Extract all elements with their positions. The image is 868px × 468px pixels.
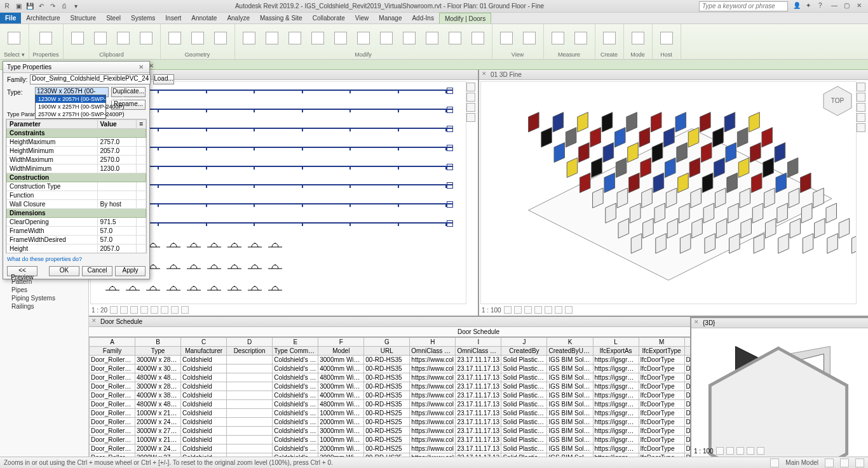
ribbon-button[interactable]	[67, 27, 88, 50]
table-cell[interactable]: 4800W x 4800H (0	[135, 400, 181, 409]
table-cell[interactable]: Solid Plastic Doors	[501, 373, 547, 382]
door-plan-symbol[interactable]	[205, 263, 223, 274]
ribbon-button[interactable]	[422, 27, 442, 50]
table-cell[interactable]: 23.17.11.17.13	[456, 373, 501, 382]
table-cell[interactable]: IfcDoorType	[639, 418, 684, 427]
hide-isolate-icon[interactable]	[171, 306, 179, 314]
apply-button[interactable]: Apply	[115, 266, 146, 276]
table-cell[interactable]: 3000W x 2750H (0	[135, 427, 181, 436]
viewcube[interactable]: TOP	[820, 83, 855, 118]
crop-region-icon[interactable]	[161, 306, 168, 314]
ribbon-button[interactable]	[90, 27, 111, 50]
table-cell[interactable]: Door_Roller_Coldshield_Rapid_HS35_Con	[90, 373, 135, 382]
table-cell[interactable]	[227, 356, 273, 364]
nav-home-icon[interactable]	[466, 83, 475, 91]
table-cell[interactable]: https://igsgroup	[593, 445, 639, 453]
ribbon-button[interactable]	[496, 27, 517, 50]
table-cell[interactable]: Solid Plastic Doors	[501, 382, 547, 391]
selection-icon[interactable]	[770, 458, 779, 467]
table-cell[interactable]: https://www.col	[410, 382, 456, 391]
table-cell[interactable]: 4800W x 4800H (0	[135, 373, 181, 382]
type-option[interactable]: 1230W x 2057H (00-SWP-2400P)	[36, 95, 105, 103]
table-cell[interactable]: 00-RD-HS35	[364, 373, 410, 382]
table-cell[interactable]: 4000W x 3800H (0	[135, 391, 181, 400]
table-cell[interactable]	[227, 373, 273, 382]
table-cell[interactable]: Coldshield's High S	[273, 382, 318, 391]
param-value[interactable]: 57.0	[97, 236, 137, 244]
qat-print-icon[interactable]: ⎙	[60, 2, 69, 11]
table-cell[interactable]	[227, 409, 273, 418]
door-plan-symbol[interactable]	[266, 241, 284, 253]
table-cell[interactable]: 3000W x 2800H (0	[135, 382, 181, 391]
table-cell[interactable]: IGS BIM Solutions	[547, 364, 593, 373]
door-plan-symbol[interactable]	[165, 263, 182, 274]
shadows-icon[interactable]	[747, 447, 754, 455]
param-value[interactable]	[97, 182, 137, 191]
table-cell[interactable]: IGS BIM Solutions	[547, 391, 593, 400]
nav-orbit-icon[interactable]	[857, 103, 865, 112]
ribbon-tab[interactable]: Modify | Doors	[439, 13, 491, 23]
table-cell[interactable]: IfcDoorType	[639, 409, 684, 418]
table-cell[interactable]: 23.17.11.17.13	[456, 364, 501, 373]
ribbon-button[interactable]	[376, 27, 397, 50]
ribbon-tab[interactable]: Add-Ins	[407, 13, 438, 23]
table-cell[interactable]: Door_Roller_Coldshield_Rapid_HS25_Con	[90, 418, 135, 427]
ribbon-tab[interactable]: Steel	[101, 13, 126, 23]
param-value[interactable]: 2570.0	[97, 156, 137, 164]
table-cell[interactable]: Coldshield	[181, 436, 227, 445]
ok-button[interactable]: OK	[49, 266, 79, 276]
ribbon-button[interactable]	[187, 27, 208, 50]
table-cell[interactable]: Solid Plastic Doors	[501, 364, 547, 373]
table-cell[interactable]: IfcDoorType	[639, 445, 684, 453]
table-cell[interactable]: https://igsgroup	[593, 382, 639, 391]
ribbon-tab[interactable]: Structure	[65, 13, 102, 23]
table-cell[interactable]: Coldshield	[181, 382, 227, 391]
nav-zoom-icon[interactable]	[466, 113, 475, 122]
table-cell[interactable]: https://www.col	[410, 373, 456, 382]
table-cell[interactable]: Coldshield's High S	[273, 436, 318, 445]
sun-path-icon[interactable]	[736, 447, 744, 455]
table-cell[interactable]: https://www.col	[410, 427, 456, 436]
visual-style-icon[interactable]	[726, 447, 734, 455]
ribbon-button[interactable]	[165, 27, 185, 50]
table-cell[interactable]: 00-RD-HS25	[364, 427, 410, 436]
table-cell[interactable]: Door_Roller_Coldshield_Rapid_HS25_Pron	[90, 436, 135, 445]
table-cell[interactable]: Door_Roller_Coldshield_Rapid_HS35_Con	[90, 356, 135, 364]
table-cell[interactable]: IfcDoorType	[639, 356, 684, 364]
table-cell[interactable]: IGS BIM Solutions	[547, 409, 593, 418]
ribbon-button[interactable]	[399, 27, 419, 50]
table-cell[interactable]: 3000mm Width - 28	[318, 356, 364, 364]
table-cell[interactable]: Coldshield's High S	[273, 391, 318, 400]
table-cell[interactable]: Coldshield	[181, 391, 227, 400]
table-cell[interactable]: IfcDoorType	[639, 382, 684, 391]
table-cell[interactable]: IGS BIM Solutions	[547, 436, 593, 445]
nav-home-icon[interactable]	[857, 83, 865, 91]
type-option[interactable]: 2570W x 2757H (00-SWP-2400P)	[36, 110, 105, 118]
detail-level-icon[interactable]	[110, 306, 118, 314]
table-cell[interactable]: Solid Plastic Doors	[501, 400, 547, 409]
browser-item[interactable]: Piping Systems	[3, 294, 86, 302]
ribbon-button[interactable]	[519, 27, 539, 50]
table-cell[interactable]: Coldshield's High S	[273, 400, 318, 409]
browser-item[interactable]: Pipes	[3, 286, 86, 294]
table-cell[interactable]: 4000mm Width - 30	[318, 364, 364, 373]
door-plan-symbol[interactable]	[165, 241, 182, 253]
door-plan-symbol[interactable]	[185, 284, 203, 296]
schedule-header[interactable]: Description	[227, 347, 273, 356]
table-cell[interactable]: 2000W x 2400H (0	[135, 445, 181, 453]
table-cell[interactable]: 00-RD-HS25	[364, 445, 410, 453]
ribbon-button[interactable]	[136, 27, 156, 50]
view-tab-close-icon[interactable]: ✕	[149, 62, 158, 71]
ribbon-button[interactable]	[548, 27, 568, 50]
preview-tab[interactable]: {3D}	[691, 318, 868, 328]
sun-path-icon[interactable]	[524, 306, 532, 314]
editable-only-icon[interactable]	[840, 458, 849, 467]
door-plan-symbol[interactable]	[205, 241, 223, 253]
table-cell[interactable]: Solid Plastic Doors	[501, 436, 547, 445]
table-cell[interactable]: Solid Plastic Doors	[501, 418, 547, 427]
table-cell[interactable]: Door_Roller_Coldshield_Rapid_HS35_Pron	[90, 400, 135, 409]
table-cell[interactable]: Door_Roller_Coldshield_Rapid_HS35_Pron	[90, 391, 135, 400]
table-cell[interactable]: 00-RD-HS35	[364, 382, 410, 391]
table-cell[interactable]: 3000mm Width - 28	[318, 382, 364, 391]
table-cell[interactable]: 00-RD-HS35	[364, 356, 410, 364]
